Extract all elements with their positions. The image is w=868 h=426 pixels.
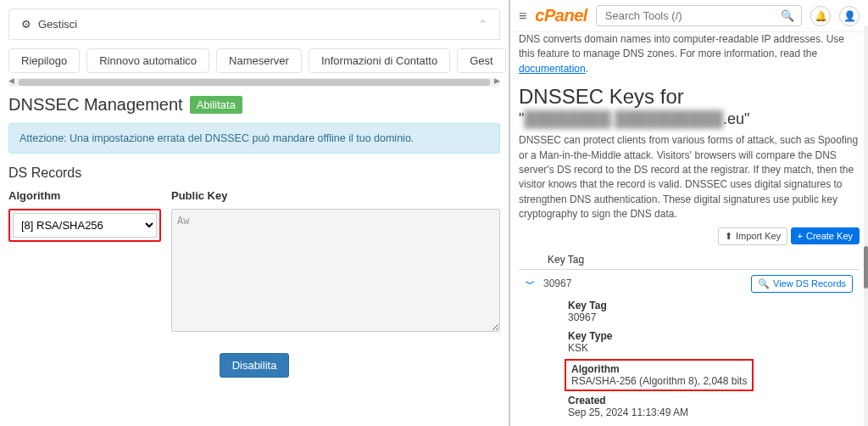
gear-icon: ⚙: [21, 18, 31, 31]
algorithm-highlight: [8] RSA/SHA256: [8, 209, 161, 242]
tab-contatto[interactable]: Informazioni di Contatto: [309, 48, 450, 73]
key-details: Key Tag 30967 Key Type KSK Algorithm RSA…: [519, 298, 860, 426]
status-badge: Abilitata: [190, 96, 242, 114]
right-panel: ≡ cPanel 🔍 🔔 👤 DNS converts domain names…: [510, 0, 868, 426]
keys-heading: DNSSEC Keys for: [519, 85, 860, 109]
public-key-label: Public Key: [171, 189, 500, 202]
key-tag-detail: 30967: [568, 311, 853, 323]
gestisci-label: Gestisci: [38, 18, 77, 31]
search-wrap[interactable]: 🔍: [596, 5, 802, 26]
horizontal-scrollbar[interactable]: [8, 78, 500, 87]
algorithm-detail-value: RSA/SHA-256 (Algorithm 8), 2,048 bits: [571, 375, 747, 387]
tab-gest[interactable]: Gest: [457, 48, 505, 73]
chevron-down-icon[interactable]: ﹀: [526, 277, 535, 290]
tab-riepilogo[interactable]: Riepilogo: [8, 48, 80, 73]
warning-alert: Attezione: Una impostazione errata del D…: [8, 123, 500, 154]
algorithm-label: Algorithm: [8, 189, 161, 202]
disable-button[interactable]: Disabilita: [220, 353, 290, 378]
tabs-row: Riepilogo Rinnovo automatico Nameserver …: [0, 48, 509, 78]
dns-description: DNS converts domain names into computer-…: [519, 32, 860, 76]
dnssec-description: DNSSEC can protect clients from various …: [519, 133, 860, 221]
tab-rinnovo[interactable]: Rinnovo automatico: [86, 48, 209, 73]
view-ds-records-button[interactable]: 🔍 View DS Records: [751, 275, 853, 293]
search-icon: 🔍: [758, 278, 770, 289]
scroll-thumb[interactable]: [19, 79, 490, 86]
topbar: ≡ cPanel 🔍 🔔 👤: [510, 0, 868, 32]
search-input[interactable]: [604, 8, 781, 23]
upload-icon: ⬆: [725, 231, 732, 242]
key-row[interactable]: ﹀ 30967 🔍 View DS Records: [519, 270, 860, 298]
left-panel: ⚙ Gestisci ⌃ Riepilogo Rinnovo automatic…: [0, 0, 510, 426]
chevron-up-icon: ⌃: [478, 18, 487, 31]
algorithm-detail-label: Algorithm: [571, 363, 747, 375]
import-key-button[interactable]: ⬆ Import Key: [718, 227, 787, 245]
dnssec-heading: DNSSEC Management Abilitata: [0, 87, 509, 116]
domain-name: "████████.██████████.eu": [519, 110, 860, 128]
menu-icon[interactable]: ≡: [519, 8, 526, 24]
notifications-icon[interactable]: 🔔: [810, 6, 831, 26]
vertical-scrollbar[interactable]: [864, 25, 868, 426]
dnssec-title: DNSSEC Management: [8, 95, 183, 115]
vertical-scroll-thumb[interactable]: [864, 246, 868, 289]
ds-record-row: Algorithm [8] RSA/SHA256 Public Key Aw: [0, 186, 509, 338]
user-icon[interactable]: 👤: [839, 6, 860, 26]
algorithm-select[interactable]: [8] RSA/SHA256: [13, 213, 157, 238]
create-key-button[interactable]: + Create Key: [791, 227, 860, 244]
key-type-label: Key Type: [568, 330, 853, 342]
key-tag-label: Key Tag: [568, 300, 853, 311]
key-tag-value: 30967: [543, 277, 743, 289]
keytag-column-header: Key Tag: [519, 250, 860, 270]
gestisci-bar[interactable]: ⚙ Gestisci ⌃: [8, 8, 500, 40]
ds-records-title: DS Records: [0, 160, 509, 186]
search-icon[interactable]: 🔍: [781, 9, 794, 22]
documentation-link[interactable]: documentation: [519, 63, 586, 75]
cpanel-logo: cPanel: [535, 6, 587, 25]
created-value: Sep 25, 2024 11:13:49 AM: [568, 406, 853, 418]
key-type-value: KSK: [568, 342, 853, 354]
tab-nameserver[interactable]: Nameserver: [216, 48, 302, 73]
public-key-textarea[interactable]: Aw: [171, 209, 500, 332]
plus-icon: +: [798, 231, 803, 241]
algorithm-highlight-box: Algorithm RSA/SHA-256 (Algorithm 8), 2,0…: [565, 359, 754, 391]
created-label: Created: [568, 395, 853, 406]
